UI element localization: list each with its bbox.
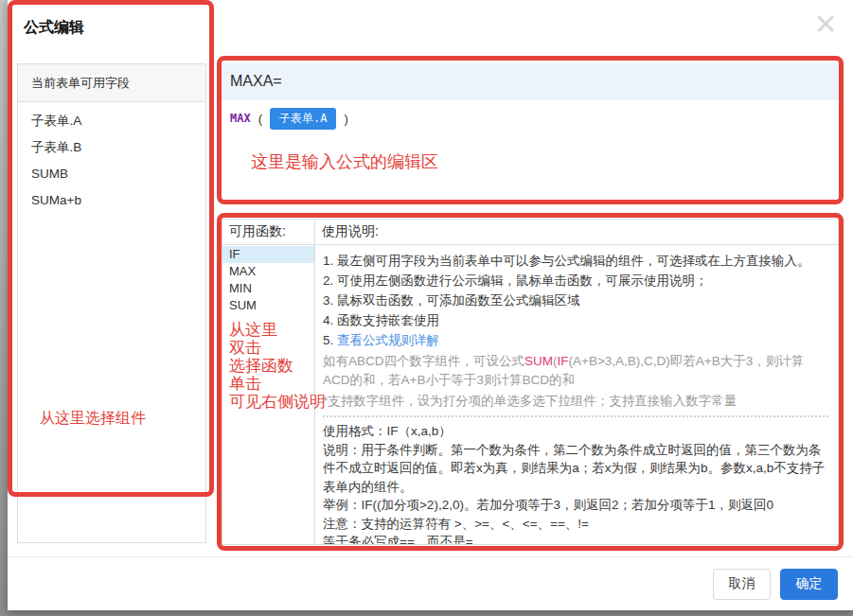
if-example-line: 举例：IF((加分项>2),2,0)。若加分项等于3，则返回2；若加分项等于1，…: [323, 496, 828, 515]
function-list: IF MAX MIN SUM: [222, 246, 314, 314]
if-operators-line: 注意：支持的运算符有 >、>=、<、<=、==、!=: [323, 515, 828, 534]
close-icon[interactable]: ✕: [804, 2, 847, 45]
instruction-line-link: 5. 查看公式规则详解: [323, 330, 828, 350]
function-item-max[interactable]: MAX: [222, 263, 314, 280]
dialog-title: 公式编辑: [24, 18, 84, 38]
annotation-select-component: 从这里选择组件: [40, 409, 146, 429]
annotation-function-hints: 从这里 双击 选择函数 单击 可见右侧说明: [229, 321, 326, 411]
annotation-line: 单击: [229, 375, 326, 393]
if-description-line: 说明：用于条件判断。第一个数为条件，第二个数为条件成立时返回的值，第三个数为条件…: [323, 441, 828, 497]
example-paragraph: 如有ABCD四个数字组件，可设公式SUM(IF(A+B>3,A,B),C,D)即…: [323, 352, 828, 390]
cancel-button[interactable]: 取消: [713, 569, 771, 600]
if-keyword: IF: [558, 354, 569, 368]
function-item-if[interactable]: IF: [222, 246, 314, 263]
annotation-line: 选择函数: [229, 357, 326, 375]
if-warning-line: 等于务必写成==，而不是=: [323, 533, 828, 544]
annotation-line: 从这里: [229, 321, 326, 339]
usage-header: 使用说明:: [322, 223, 379, 240]
instruction-line: 3. 鼠标双击函数，可添加函数至公式编辑区域: [323, 290, 828, 310]
note-line: *支持数字组件，设为打分项的单选多选下拉组件；支持直接输入数字常量: [323, 392, 828, 411]
panel-headers: 可用函数: 使用说明:: [222, 220, 838, 245]
function-item-min[interactable]: MIN: [222, 280, 314, 297]
function-item-sum[interactable]: SUM: [222, 297, 314, 314]
instruction-line: 4. 函数支持嵌套使用: [323, 310, 828, 330]
confirm-button[interactable]: 确定: [780, 569, 838, 600]
usage-instructions: 1. 最左侧可用字段为当前表单中可以参与公式编辑的组件，可选择或在上方直接输入。…: [315, 245, 838, 544]
annotation-line: 可见右侧说明: [229, 393, 326, 411]
functions-header: 可用函数:: [229, 223, 286, 240]
fields-list: 子表单.A 子表单.B SUMB SUMa+b: [18, 102, 205, 214]
field-item[interactable]: SUMa+b: [18, 187, 205, 214]
formula-result-label[interactable]: MAXA=: [222, 62, 839, 100]
open-paren: (: [258, 112, 262, 126]
if-format-line: 使用格式：IF（x,a,b）: [323, 422, 828, 441]
field-item[interactable]: 子表单.B: [18, 134, 205, 161]
example-text: 如有ABCD四个数字组件，可设公式: [323, 354, 524, 368]
formula-rules-link[interactable]: 查看公式规则详解: [337, 333, 439, 347]
sum-keyword: SUM: [524, 354, 553, 368]
annotation-line: 双击: [229, 339, 326, 357]
dotted-separator: [323, 415, 828, 417]
fields-panel-header: 当前表单可用字段: [18, 64, 205, 102]
fields-panel: 当前表单可用字段 子表单.A 子表单.B SUMB SUMa+b: [17, 63, 206, 543]
field-item[interactable]: SUMB: [18, 161, 205, 187]
dialog-footer: 取消 确定: [8, 556, 853, 610]
close-paren: ): [344, 112, 347, 126]
formula-edit-dialog: 公式编辑 ✕ 当前表单可用字段 子表单.A 子表单.B SUMB SUMa+b …: [8, 0, 853, 610]
formula-function-keyword: MAX: [230, 112, 251, 125]
instruction-line: 1. 最左侧可用字段为当前表单中可以参与公式编辑的组件，可选择或在上方直接输入。: [323, 251, 828, 271]
formula-input-area[interactable]: MAX ( 子表单.A ): [222, 105, 839, 132]
annotation-editor-area: 这里是输入公式的编辑区: [251, 150, 438, 173]
field-chip[interactable]: 子表单.A: [270, 108, 336, 130]
instruction-line: 2. 可使用左侧函数进行公示编辑，鼠标单击函数，可展示使用说明；: [323, 271, 828, 290]
functions-usage-panel: 可用函数: 使用说明: IF MAX MIN SUM 从这里 双击 选择函数 单…: [222, 219, 839, 545]
field-item[interactable]: 子表单.A: [18, 108, 205, 134]
